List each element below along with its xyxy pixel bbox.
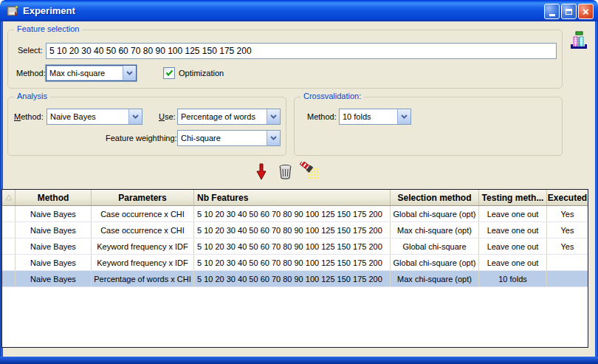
experiments-table: Method Parameters Nb Features Selection … bbox=[1, 189, 588, 348]
trash-icon[interactable] bbox=[278, 164, 292, 179]
row-selector-cell bbox=[2, 238, 16, 254]
table-row[interactable]: Naive Bayes Case occurrence x CHI 5 10 2… bbox=[2, 222, 588, 238]
experiment-run-icon[interactable] bbox=[570, 31, 588, 50]
cell-testing-method: Leave one out bbox=[479, 206, 547, 222]
header-executed[interactable]: Executed bbox=[547, 190, 588, 205]
table-row[interactable]: Naive Bayes Keyword frequency x IDF 5 10… bbox=[2, 238, 588, 255]
experiment-window: Experiment × Feature selection Select: M… bbox=[0, 0, 598, 364]
app-notebook-icon[interactable] bbox=[6, 4, 19, 18]
header-parameters[interactable]: Parameters bbox=[92, 190, 194, 205]
use-combobox[interactable]: Percentage of words bbox=[177, 109, 281, 125]
fs-method-combobox[interactable]: Max chi-square bbox=[46, 65, 137, 81]
minimize-icon bbox=[549, 14, 555, 16]
minimize-button[interactable] bbox=[544, 4, 560, 19]
cell-nb-features: 5 10 20 30 40 50 60 70 80 90 100 125 150… bbox=[194, 222, 391, 238]
cell-nb-features: 5 10 20 30 40 50 60 70 80 90 100 125 150… bbox=[194, 271, 391, 286]
cell-executed: Yes bbox=[547, 222, 588, 238]
cell-selection-method: Max chi-square (opt) bbox=[391, 271, 479, 286]
feature-weighting-value: Chi-square bbox=[178, 131, 267, 145]
titlebar[interactable]: Experiment × bbox=[0, 0, 598, 21]
cell-parameters: Case occurrence x CHI bbox=[92, 222, 194, 238]
cv-method-dropdown-button[interactable] bbox=[397, 109, 410, 124]
sort-triangle-icon bbox=[5, 194, 13, 201]
cell-testing-method: Leave one out bbox=[479, 222, 547, 238]
highlighter-icon[interactable] bbox=[300, 162, 320, 180]
cell-method: Naive Bayes bbox=[16, 238, 92, 254]
chevron-down-icon bbox=[126, 71, 133, 75]
cell-method: Naive Bayes bbox=[16, 222, 92, 238]
cell-method: Naive Bayes bbox=[16, 206, 92, 222]
crossvalidation-legend: Crossvalidation: bbox=[300, 92, 364, 100]
feature-weighting-combobox[interactable]: Chi-square bbox=[177, 130, 281, 146]
row-selector-cell bbox=[2, 255, 16, 270]
cell-testing-method: 10 folds bbox=[479, 271, 547, 286]
optimization-label: Optimization bbox=[179, 69, 224, 78]
analysis-method-dropdown-button[interactable] bbox=[128, 109, 142, 124]
cv-method-value: 10 folds bbox=[340, 109, 397, 124]
cell-selection-method: Global chi-square (opt) bbox=[391, 206, 479, 222]
select-label: Select: bbox=[18, 46, 43, 55]
cell-parameters: Keyword frequency x IDF bbox=[92, 255, 194, 270]
header-testing-method[interactable]: Testing meth... bbox=[479, 190, 547, 205]
select-input[interactable] bbox=[46, 43, 557, 59]
table-row-selected[interactable]: Naive Bayes Percentage of words x CHI 5 … bbox=[2, 271, 588, 287]
fs-method-value: Max chi-square bbox=[47, 66, 123, 80]
row-selector-cell bbox=[2, 222, 16, 238]
feature-weighting-dropdown-button[interactable] bbox=[267, 131, 280, 145]
header-selection-method[interactable]: Selection method bbox=[391, 190, 479, 205]
chevron-down-icon bbox=[401, 114, 408, 119]
row-selector-cell bbox=[2, 271, 16, 286]
table-header-row: Method Parameters Nb Features Selection … bbox=[2, 190, 588, 206]
cv-method-label: Method: bbox=[307, 112, 337, 121]
cell-testing-method: Leave one out bbox=[479, 255, 547, 270]
row-selector-cell bbox=[2, 206, 16, 222]
cell-parameters: Case occurrence x CHI bbox=[92, 206, 194, 222]
header-nb-features[interactable]: Nb Features bbox=[194, 190, 391, 205]
cell-parameters: Keyword frequency x IDF bbox=[92, 238, 194, 254]
maximize-button[interactable] bbox=[561, 4, 577, 19]
crossvalidation-group: Crossvalidation: bbox=[294, 97, 563, 156]
use-value: Percentage of words bbox=[178, 109, 267, 124]
window-title: Experiment bbox=[23, 5, 75, 16]
fs-method-dropdown-button[interactable] bbox=[123, 66, 136, 80]
cell-nb-features: 5 10 20 30 40 50 60 70 80 90 100 125 150… bbox=[194, 255, 391, 270]
cv-method-combobox[interactable]: 10 folds bbox=[339, 109, 411, 125]
cell-executed bbox=[547, 271, 588, 286]
cell-selection-method: Global chi-square bbox=[391, 238, 479, 254]
feature-selection-legend: Feature selection bbox=[14, 24, 82, 33]
cell-executed: Yes bbox=[547, 206, 588, 222]
use-dropdown-button[interactable] bbox=[267, 109, 280, 124]
table-row[interactable]: Naive Bayes Case occurrence x CHI 5 10 2… bbox=[2, 206, 588, 222]
cell-parameters: Percentage of words x CHI bbox=[92, 271, 194, 286]
window-frame-right bbox=[595, 21, 598, 364]
feature-weighting-label: Feature weighthing: bbox=[106, 134, 177, 142]
red-down-arrow-icon[interactable] bbox=[255, 163, 267, 180]
cell-method: Naive Bayes bbox=[16, 271, 92, 286]
chevron-down-icon bbox=[270, 114, 277, 119]
analysis-method-value: Naive Bayes bbox=[47, 109, 128, 124]
analysis-method-label: Method: bbox=[14, 112, 44, 121]
cell-testing-method: Leave one out bbox=[479, 238, 547, 254]
cell-selection-method: Global chi-square (opt) bbox=[391, 255, 479, 270]
maximize-icon bbox=[566, 9, 572, 15]
chevron-down-icon bbox=[270, 136, 277, 140]
cell-nb-features: 5 10 20 30 40 50 60 70 80 90 100 125 150… bbox=[194, 238, 391, 254]
cell-executed: Yes bbox=[547, 238, 588, 254]
fs-method-label: Method: bbox=[16, 69, 46, 78]
cell-nb-features: 5 10 20 30 40 50 60 70 80 90 100 125 150… bbox=[194, 206, 391, 222]
green-check-icon bbox=[165, 69, 173, 77]
analysis-legend: Analysis bbox=[14, 92, 50, 100]
analysis-method-combobox[interactable]: Naive Bayes bbox=[47, 109, 142, 125]
cell-selection-method: Max chi-square (opt) bbox=[391, 222, 479, 238]
analysis-group: Analysis bbox=[7, 97, 286, 156]
use-label: Use: bbox=[159, 112, 176, 121]
cell-executed bbox=[547, 255, 588, 270]
sort-indicator-header[interactable] bbox=[2, 190, 16, 205]
chevron-down-icon bbox=[132, 114, 139, 119]
optimization-checkbox[interactable] bbox=[163, 67, 175, 79]
window-frame-bottom bbox=[0, 357, 598, 364]
close-icon: × bbox=[582, 5, 589, 18]
table-row[interactable]: Naive Bayes Keyword frequency x IDF 5 10… bbox=[2, 255, 588, 271]
close-button[interactable]: × bbox=[578, 4, 594, 19]
header-method[interactable]: Method bbox=[16, 190, 92, 205]
